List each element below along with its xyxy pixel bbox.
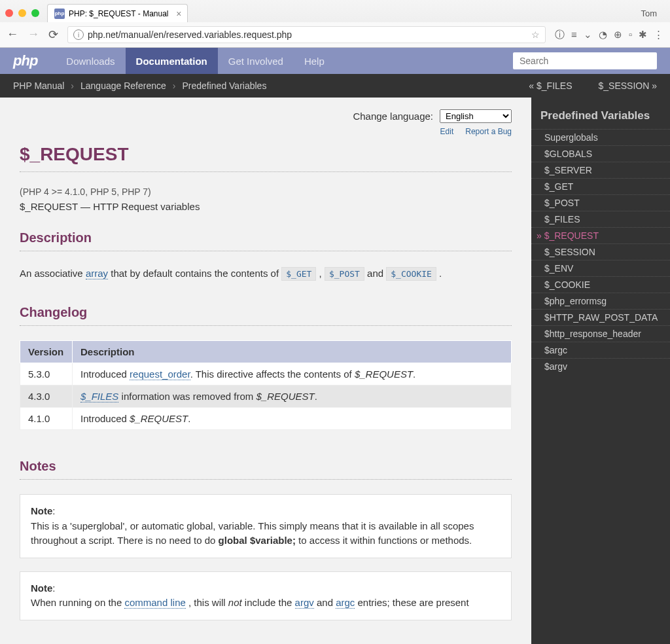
version-info: (PHP 4 >= 4.1.0, PHP 5, PHP 7) [20, 187, 512, 197]
reload-icon[interactable]: ⟳ [48, 27, 58, 42]
sidebar-item[interactable]: $_REQUEST [531, 227, 670, 243]
nav-help[interactable]: Help [294, 48, 335, 74]
favicon-icon: php [54, 9, 65, 19]
ext-icon[interactable]: ▫ [629, 29, 632, 41]
description-text: An associative array that by default con… [20, 266, 512, 281]
code-post[interactable]: $_POST [325, 267, 364, 281]
forward-icon[interactable]: → [27, 27, 39, 42]
chevron-right-icon: › [173, 80, 176, 91]
section-description: Description [20, 230, 512, 245]
report-bug-link[interactable]: Report a Bug [465, 127, 512, 136]
window-controls [5, 9, 39, 17]
argc-link[interactable]: argc [336, 597, 355, 609]
files-link[interactable]: $_FILES [80, 391, 118, 402]
table-row: 4.1.0 Introduced $_REQUEST. [20, 408, 512, 430]
sidebar-item[interactable]: $_COOKIE [531, 276, 670, 293]
prev-link[interactable]: « $_FILES [529, 80, 572, 91]
sidebar-item[interactable]: $_GET [531, 178, 670, 194]
site-info-icon[interactable]: i [73, 29, 84, 40]
next-link[interactable]: $_SESSION » [599, 80, 658, 91]
search-input[interactable] [513, 52, 657, 69]
close-tab-icon[interactable]: × [176, 9, 181, 19]
page-title: $_REQUEST [20, 144, 512, 165]
sidebar-item[interactable]: $_FILES [531, 211, 670, 227]
search-box [513, 52, 657, 69]
th-description: Description [73, 341, 512, 363]
sidebar: Predefined Variables Superglobals$GLOBAL… [531, 98, 670, 644]
nav-get-involved[interactable]: Get Involved [218, 48, 294, 74]
close-window-icon[interactable] [5, 9, 13, 17]
back-icon[interactable]: ← [7, 27, 18, 42]
ext-icon[interactable]: ⊕ [614, 29, 622, 41]
sidebar-title: Predefined Variables [531, 109, 670, 129]
ext-icon[interactable]: ≡ [571, 29, 577, 41]
url-text: php.net/manual/en/reserved.variables.req… [88, 29, 292, 40]
maximize-window-icon[interactable] [31, 9, 39, 17]
address-bar: ← → ⟳ i php.net/manual/en/reserved.varia… [0, 22, 670, 47]
browser-chrome: php PHP: $_REQUEST - Manual × Tom ← → ⟳ … [0, 0, 670, 48]
php-logo[interactable]: php [13, 52, 37, 69]
menu-icon[interactable]: ⋮ [654, 29, 663, 41]
request-order-link[interactable]: request_order [130, 368, 190, 380]
table-row: 5.3.0 Introduced request_order. This dir… [20, 363, 512, 385]
main-content: Change language: English Edit Report a B… [0, 98, 531, 644]
ext-icon[interactable]: ⌄ [584, 29, 592, 41]
table-row: 4.3.0 $_FILES information was removed fr… [20, 385, 512, 408]
command-line-link[interactable]: command line [124, 597, 185, 609]
breadcrumb: PHP Manual › Language Reference › Predef… [0, 74, 670, 98]
ext-icon[interactable]: ⓘ [555, 29, 565, 41]
bookmark-star-icon[interactable]: ☆ [531, 29, 540, 40]
argv-link[interactable]: argv [295, 597, 314, 609]
change-language-label: Change language: [353, 111, 433, 122]
breadcrumb-item[interactable]: PHP Manual [13, 80, 64, 91]
sidebar-item[interactable]: $argc [531, 342, 670, 358]
sidebar-item[interactable]: $argv [531, 358, 670, 374]
refname: $_REQUEST — HTTP Request variables [20, 201, 512, 212]
sidebar-item[interactable]: $_SERVER [531, 162, 670, 178]
sidebar-item[interactable]: $GLOBALS [531, 145, 670, 162]
ext-icon[interactable]: ◔ [599, 29, 607, 41]
breadcrumb-item[interactable]: Language Reference [80, 80, 166, 91]
th-version: Version [20, 341, 73, 363]
section-changelog: Changelog [20, 305, 512, 320]
sidebar-item[interactable]: $_ENV [531, 260, 670, 276]
code-get[interactable]: $_GET [281, 267, 316, 281]
language-select[interactable]: English [440, 109, 512, 123]
tab-bar: php PHP: $_REQUEST - Manual × Tom [0, 0, 670, 22]
url-input[interactable]: i php.net/manual/en/reserved.variables.r… [67, 26, 546, 43]
section-notes: Notes [20, 459, 512, 474]
note-box: Note: This is a 'superglobal', or automa… [20, 494, 512, 558]
edit-link[interactable]: Edit [440, 127, 454, 136]
sidebar-item[interactable]: $php_errormsg [531, 293, 670, 309]
extension-icons: ⓘ ≡ ⌄ ◔ ⊕ ▫ ✱ ⋮ [555, 29, 663, 41]
sidebar-item[interactable]: $_POST [531, 194, 670, 211]
sidebar-item[interactable]: $HTTP_RAW_POST_DATA [531, 309, 670, 325]
tab-title: PHP: $_REQUEST - Manual [69, 9, 169, 18]
changelog-table: Version Description 5.3.0 Introduced req… [20, 340, 512, 430]
chevron-right-icon: › [71, 80, 74, 91]
site-header: php Downloads Documentation Get Involved… [0, 48, 670, 74]
nav-documentation[interactable]: Documentation [126, 48, 218, 74]
sidebar-item[interactable]: $http_response_header [531, 325, 670, 342]
array-link[interactable]: array [86, 268, 108, 279]
sidebar-item[interactable]: Superglobals [531, 129, 670, 145]
code-cookie[interactable]: $_COOKIE [386, 267, 436, 281]
note-box: Note: When running on the command line ,… [20, 571, 512, 620]
ext-icon[interactable]: ✱ [639, 29, 647, 41]
nav-downloads[interactable]: Downloads [56, 48, 125, 74]
minimize-window-icon[interactable] [18, 9, 26, 17]
browser-tab[interactable]: php PHP: $_REQUEST - Manual × [47, 4, 188, 22]
main-nav: Downloads Documentation Get Involved Hel… [56, 48, 334, 74]
breadcrumb-item[interactable]: Predefined Variables [182, 80, 266, 91]
profile-name[interactable]: Tom [641, 9, 665, 18]
sidebar-item[interactable]: $_SESSION [531, 243, 670, 260]
